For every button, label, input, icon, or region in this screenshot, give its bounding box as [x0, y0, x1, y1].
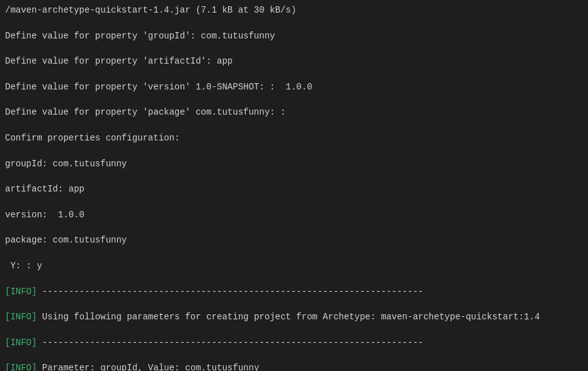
terminal-line: Define value for property 'version' 1.0-… [5, 81, 583, 93]
terminal-line: groupId: com.tutusfunny [5, 157, 583, 170]
terminal-line: package: com.tutusfunny [5, 234, 583, 246]
info-prefix: [INFO] [5, 363, 37, 371]
info-text: ----------------------------------------… [37, 338, 423, 348]
terminal-line: [INFO] ---------------------------------… [5, 285, 583, 298]
info-text: Using following parameters for creating … [37, 312, 539, 322]
terminal-line: /maven-archetype-quickstart-1.4.jar (7.1… [5, 4, 583, 16]
info-text: Parameter: groupId, Value: com.tutusfunn… [37, 363, 259, 371]
terminal-line: Define value for property 'artifactId': … [5, 55, 583, 67]
terminal-line: version: 1.0.0 [5, 208, 583, 221]
terminal-window: /maven-archetype-quickstart-1.4.jar (7.1… [0, 0, 588, 371]
terminal-line: [INFO] ---------------------------------… [5, 336, 583, 349]
info-prefix: [INFO] [5, 312, 37, 322]
terminal-line: [INFO] Parameter: groupId, Value: com.tu… [5, 362, 583, 371]
terminal-line: [INFO] Using following parameters for cr… [5, 311, 583, 323]
info-text: ----------------------------------------… [37, 287, 423, 297]
terminal-line: Define value for property 'groupId': com… [5, 30, 583, 42]
terminal-line: Y: : y [5, 260, 583, 272]
terminal-line: artifactId: app [5, 183, 583, 195]
info-prefix: [INFO] [5, 287, 37, 297]
terminal-line: Define value for property 'package' com.… [5, 106, 583, 118]
terminal-line: Confirm properties configuration: [5, 132, 583, 144]
info-prefix: [INFO] [5, 338, 37, 348]
